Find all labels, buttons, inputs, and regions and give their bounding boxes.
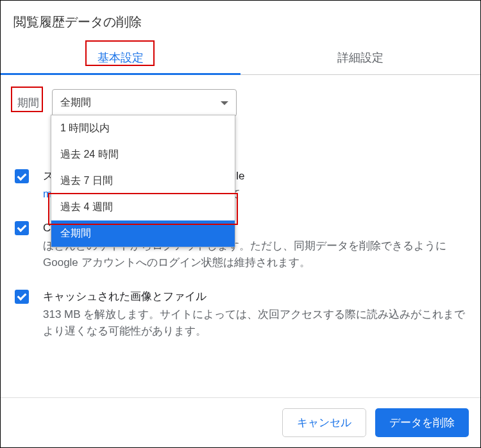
period-row: 期間 全期間 — [15, 89, 466, 117]
cancel-button[interactable]: キャンセル — [282, 408, 366, 437]
list-item: キャッシュされた画像とファイル 313 MB を解放します。サイトによっては、次… — [15, 288, 466, 340]
tab-basic[interactable]: 基本設定 — [1, 41, 240, 74]
period-select[interactable]: 全期間 — [52, 89, 237, 117]
period-dropdown: 1 時間以内 過去 24 時間 過去 7 日間 過去 4 週間 全期間 — [51, 115, 235, 247]
dropdown-item-all[interactable]: 全期間 — [51, 220, 235, 247]
tab-advanced[interactable]: 詳細設定 — [240, 41, 480, 74]
tabs: 基本設定 詳細設定 — [1, 41, 480, 75]
caret-down-icon — [221, 101, 228, 105]
dropdown-item-1h[interactable]: 1 時間以内 — [51, 115, 235, 142]
delete-button[interactable]: データを削除 — [375, 408, 469, 437]
checkbox-cookies[interactable] — [15, 221, 29, 235]
dropdown-item-7d[interactable]: 過去 7 日間 — [51, 168, 235, 194]
dropdown-item-24h[interactable]: 過去 24 時間 — [51, 142, 235, 168]
checkbox-browsing-history[interactable] — [15, 169, 29, 183]
item-text: キャッシュされた画像とファイル 313 MB を解放します。サイトによっては、次… — [43, 288, 466, 340]
item-desc: 313 MB を解放します。サイトによっては、次回アクセスする際に読み込みがこれ… — [43, 306, 466, 340]
dialog-title: 閲覧履歴データの削除 — [1, 1, 480, 37]
checkbox-cache[interactable] — [15, 290, 29, 304]
dropdown-item-4w[interactable]: 過去 4 週間 — [51, 194, 235, 220]
tab-label: 基本設定 — [97, 51, 144, 64]
period-selected-value: 全期間 — [60, 96, 91, 110]
period-label: 期間 — [15, 90, 42, 115]
dialog-footer: キャンセル データを削除 — [1, 397, 480, 447]
tab-label: 詳細設定 — [337, 51, 384, 64]
clear-browsing-data-dialog: 閲覧履歴データの削除 基本設定 詳細設定 期間 全期間 スの履歴を削除します。お… — [0, 0, 481, 448]
item-title: キャッシュされた画像とファイル — [43, 288, 466, 305]
